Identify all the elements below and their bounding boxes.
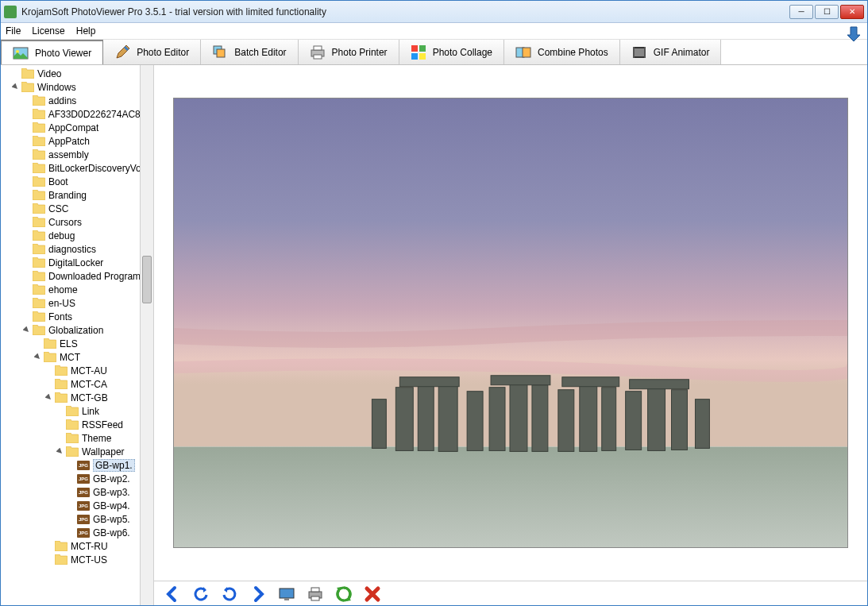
rotate-right-button[interactable] [219,584,240,604]
expand-toggle-icon[interactable] [12,83,21,91]
menubar: File License Help [1,23,867,40]
tree-file[interactable]: JPGGB-wp3. [1,485,153,499]
tree-folder[interactable]: MCT-RU [1,539,153,553]
tree-folder[interactable]: assembly [1,148,153,161]
tree-folder[interactable]: AppCompat [1,121,153,134]
tree-folder[interactable]: Globalization [1,323,153,337]
menu-file[interactable]: File [6,25,21,37]
tree-folder[interactable]: CSC [1,202,153,215]
svg-rect-8 [419,45,426,52]
tab-gif-animator[interactable]: GIF Animator [620,40,722,64]
tree-folder[interactable]: AF33D0D226274AC8847 [1,107,153,121]
print-button[interactable] [305,584,326,604]
tree-folder[interactable]: AppPatch [1,134,153,148]
menu-help[interactable]: Help [76,25,96,37]
tree-folder[interactable]: Wallpaper [1,445,153,458]
tree-node-label: MCT-CA [71,379,107,390]
tree-folder[interactable]: debug [1,229,153,242]
tab-batch-editor[interactable]: Batch Editor [201,40,298,64]
folder-icon [55,379,68,389]
svg-rect-15 [633,47,635,58]
tab-photo-editor[interactable]: Photo Editor [103,40,201,64]
tree-node-label: GB-wp2. [93,473,130,484]
tree-folder[interactable]: Theme [1,431,153,445]
tree-folder[interactable]: ELS [1,337,153,350]
tree-folder[interactable]: Branding [1,188,153,202]
svg-rect-21 [438,382,457,452]
tree-node-label: MCT-AU [71,365,107,376]
expand-toggle-icon[interactable] [56,448,66,455]
tab-photo-printer[interactable]: Photo Printer [299,40,399,64]
expand-toggle-icon[interactable] [34,353,44,361]
previous-button[interactable] [162,584,183,604]
folder-tree[interactable]: VideoWindowsaddinsAF33D0D226274AC8847App… [1,65,153,568]
tab-photo-viewer[interactable]: Photo Viewer [1,40,103,64]
tree-folder[interactable]: Fonts [1,310,153,323]
tree-folder[interactable]: Video [1,67,153,80]
refresh-button[interactable] [334,584,354,604]
svg-rect-19 [395,388,413,451]
tree-node-label: GB-wp1. [93,459,135,472]
tree-node-label: CSC [48,203,68,214]
tree-folder[interactable]: BitLockerDiscoveryVolu [1,161,153,175]
maximize-button[interactable]: ☐ [815,5,839,19]
tree-node-label: Video [37,68,61,79]
tree-folder[interactable]: RSSFeed [1,418,153,431]
svg-rect-16 [644,47,646,58]
folder-icon [66,446,79,457]
tree-folder[interactable]: MCT-CA [1,377,153,391]
tab-photo-collage[interactable]: Photo Collage [399,40,504,64]
tree-folder[interactable]: Cursors [1,215,153,229]
minimize-button[interactable]: ─ [789,5,813,19]
viewer-toolbar [154,581,867,606]
tree-folder[interactable]: Downloaded Program F [1,269,153,283]
jpg-file-icon: JPG [77,488,90,497]
tree-file[interactable]: JPGGB-wp5. [1,512,153,526]
tree-file[interactable]: JPGGB-wp1. [1,458,153,472]
expand-toggle-icon[interactable] [45,394,55,401]
tree-folder[interactable]: MCT-US [1,553,153,566]
tree-node-label: MCT [60,352,80,363]
tree-folder[interactable]: addins [1,94,153,107]
set-wallpaper-button[interactable] [276,584,297,604]
next-button[interactable] [248,584,268,604]
tree-file[interactable]: JPGGB-wp4. [1,499,153,512]
expand-toggle-icon[interactable] [23,326,33,334]
svg-rect-29 [580,385,597,452]
folder-icon [33,136,45,146]
batch-icon [212,44,228,60]
folder-icon [55,554,68,565]
tab-label: GIF Animator [654,47,710,58]
rotate-left-button[interactable] [191,584,211,604]
menu-license[interactable]: License [32,25,64,37]
folder-icon [33,122,45,133]
tree-folder[interactable]: diagnostics [1,242,153,256]
tree-folder[interactable]: MCT-AU [1,364,153,377]
tree-node-label: BitLockerDiscoveryVolu [48,163,149,174]
tree-node-label: assembly [48,149,89,160]
svg-rect-42 [311,596,319,600]
delete-button[interactable] [362,584,383,604]
tree-file[interactable]: JPGGB-wp6. [1,526,153,539]
tree-scrollbar[interactable] [140,65,153,606]
jpg-file-icon: JPG [77,461,90,470]
tree-folder[interactable]: en-US [1,296,153,310]
close-button[interactable]: ✕ [840,5,864,19]
tree-node-label: AppPatch [48,136,90,147]
window-title: KrojamSoft PhotoViewer Pro 3.5.1 - trial… [21,6,789,17]
tree-folder[interactable]: Boot [1,175,153,188]
scrollbar-thumb[interactable] [142,256,152,303]
svg-rect-7 [411,45,418,52]
tree-node-label: Link [82,406,99,417]
tree-folder[interactable]: MCT-GB [1,391,153,404]
tab-combine-photos[interactable]: Combine Photos [504,40,620,64]
folder-icon [33,244,45,254]
tree-folder[interactable]: Windows [1,80,153,94]
tree-folder[interactable]: MCT [1,350,153,364]
tree-folder[interactable]: ehome [1,283,153,296]
tree-folder[interactable]: DigitalLocker [1,256,153,269]
svg-rect-12 [523,48,530,57]
tree-file[interactable]: JPGGB-wp2. [1,472,153,485]
download-arrow-icon[interactable] [844,24,863,43]
tree-folder[interactable]: Link [1,404,153,418]
